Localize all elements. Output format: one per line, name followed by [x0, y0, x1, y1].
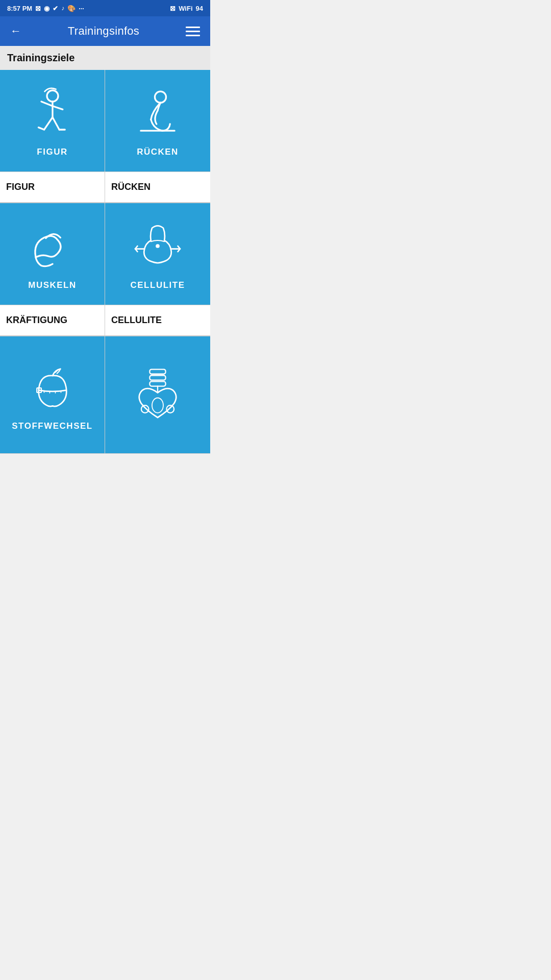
svg-rect-18	[149, 369, 165, 374]
status-time: 8:57 PM	[7, 5, 32, 12]
icon-body-cellulite	[130, 218, 186, 274]
tile-figur-label: FIGUR	[37, 147, 67, 157]
menu-line-3	[186, 35, 200, 36]
icon-apple-metabolism	[24, 359, 81, 415]
tile-stoffwechsel[interactable]: STOFFWECHSEL	[0, 336, 105, 454]
svg-point-22	[166, 405, 174, 413]
icon-photo: ⊠	[35, 5, 41, 12]
menu-line-1	[186, 27, 200, 28]
svg-point-21	[141, 405, 149, 413]
text-figur[interactable]: FIGUR	[0, 172, 105, 203]
menu-line-2	[186, 31, 200, 32]
tile-muskeln[interactable]: MUSKELN	[0, 203, 105, 305]
text-cellulite[interactable]: CELLULITE	[105, 305, 210, 336]
text-muskeln[interactable]: KRÄFTIGUNG	[0, 305, 105, 336]
status-right: ⊠ WiFi 94	[170, 5, 203, 12]
icon-x: ⊠	[170, 5, 176, 12]
svg-line-2	[41, 102, 53, 106]
icon-wifi: WiFi	[179, 5, 192, 12]
svg-line-5	[53, 117, 59, 129]
text-ruecken[interactable]: RÜCKEN	[105, 172, 210, 203]
tile-cellulite-label: CELLULITE	[131, 280, 185, 290]
icon-more: ···	[79, 5, 84, 12]
icon-figure-walking	[24, 85, 81, 141]
categories-grid: FIGUR FIGUR RÜCKEN RÜCKE	[0, 70, 210, 454]
tile-ruecken-label: RÜCKEN	[137, 147, 179, 157]
tile-cellulite[interactable]: CELLULITE	[105, 203, 210, 305]
cell-pelvis[interactable]	[105, 336, 210, 454]
status-left: 8:57 PM ⊠ ◉ ✔ ♪ 🎨 ···	[7, 5, 84, 12]
icon-check: ✔	[53, 5, 58, 12]
cell-ruecken[interactable]: RÜCKEN RÜCKEN	[105, 70, 210, 203]
app-bar: ← Trainingsinfos	[0, 16, 210, 46]
cell-figur[interactable]: FIGUR FIGUR	[0, 70, 105, 203]
back-icon: ←	[10, 24, 21, 37]
cell-stoffwechsel[interactable]: STOFFWECHSEL	[0, 336, 105, 454]
svg-point-12	[157, 244, 159, 247]
svg-rect-19	[149, 375, 165, 380]
tile-figur[interactable]: FIGUR	[0, 70, 105, 172]
tile-muskeln-label: MUSKELN	[28, 280, 77, 290]
cell-muskeln[interactable]: MUSKELN KRÄFTIGUNG	[0, 203, 105, 336]
icon-pelvis-spine	[130, 367, 186, 423]
icon-muscle-arm	[24, 218, 81, 274]
svg-point-8	[155, 91, 166, 103]
svg-point-0	[47, 90, 58, 102]
svg-line-6	[38, 127, 44, 129]
svg-point-23	[152, 398, 163, 412]
cell-cellulite[interactable]: CELLULITE CELLULITE	[105, 203, 210, 336]
app-bar-title: Trainingsinfos	[68, 24, 139, 38]
menu-button[interactable]	[184, 24, 202, 38]
svg-line-4	[44, 117, 53, 129]
icon-figure-sitting	[130, 85, 186, 141]
icon-palette: 🎨	[67, 5, 76, 12]
back-button[interactable]: ←	[8, 22, 23, 40]
svg-rect-20	[149, 381, 165, 386]
tile-stoffwechsel-label: STOFFWECHSEL	[12, 421, 92, 431]
svg-line-3	[53, 106, 63, 109]
battery-level: 94	[196, 5, 203, 12]
section-header: Trainingsziele	[0, 46, 210, 70]
icon-map: ◉	[44, 5, 49, 12]
icon-music: ♪	[61, 5, 64, 12]
tile-pelvis[interactable]	[105, 336, 210, 454]
tile-ruecken[interactable]: RÜCKEN	[105, 70, 210, 172]
status-bar: 8:57 PM ⊠ ◉ ✔ ♪ 🎨 ··· ⊠ WiFi 94	[0, 0, 210, 16]
